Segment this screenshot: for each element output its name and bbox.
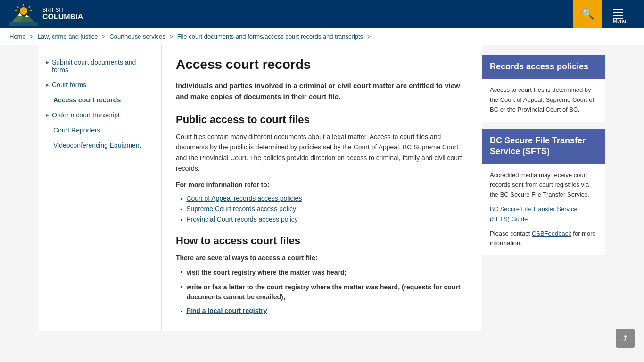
sfts-contact-para: Please contact CSBFeedback for more info…: [490, 229, 597, 249]
main-content: Access court records Individuals and par…: [162, 45, 482, 331]
list-item: Find a local court registry: [176, 307, 468, 314]
section2-intro: There are several ways to access a court…: [176, 253, 468, 263]
list-item: Provincial Court records access policy: [176, 215, 468, 223]
records-access-box-body: Access to court files is determined by t…: [482, 79, 605, 121]
svg-rect-11: [9, 22, 38, 26]
share-button[interactable]: ⤴: [616, 329, 635, 331]
site-header: BRITISH COLUMBIA 🔍 Menu: [0, 0, 644, 28]
sidebar-item-submit[interactable]: Submit court documents and forms: [39, 55, 161, 77]
records-access-box-header: Records access policies: [482, 55, 605, 79]
find-registry-link[interactable]: Find a local court registry: [186, 307, 267, 314]
search-icon: 🔍: [581, 8, 594, 20]
supreme-court-link[interactable]: Supreme Court records access policy: [186, 205, 296, 213]
intro-paragraph: Individuals and parties involved in a cr…: [176, 81, 468, 102]
right-sidebar: Records access policies Access to court …: [482, 45, 605, 331]
list-item: Supreme Court records access policy: [176, 205, 468, 213]
records-access-box: Records access policies Access to court …: [482, 55, 605, 122]
hamburger-line: [613, 15, 623, 16]
sfts-guide-link[interactable]: BC Secure File Transfer Service (SFTS) G…: [490, 206, 578, 222]
search-button[interactable]: 🔍: [573, 0, 602, 28]
breadcrumb-end: >: [367, 33, 371, 40]
sfts-contact-prefix: Please contact: [490, 230, 532, 237]
bullet-text-1: visit the court registry where the matte…: [186, 268, 347, 278]
page-title: Access court records: [176, 57, 468, 72]
breadcrumb: Home > Law, crime and justice > Courthou…: [0, 28, 644, 45]
sidebar-item-court-reporters[interactable]: Court Reporters: [39, 123, 161, 138]
menu-label: Menu: [613, 18, 623, 19]
hamburger-line: [613, 9, 623, 10]
bc-logo-icon: [9, 2, 38, 26]
sfts-guide-link-para: BC Secure File Transfer Service (SFTS) G…: [490, 205, 597, 224]
left-sidebar: Submit court documents and forms Court f…: [39, 45, 162, 331]
sfts-box: BC Secure File Transfer Service (SFTS) A…: [482, 129, 605, 255]
menu-button[interactable]: Menu: [602, 0, 635, 28]
header-actions: 🔍 Menu: [573, 0, 635, 28]
section2-heading: How to access court files: [176, 235, 468, 247]
sidebar-item-order-transcript[interactable]: Order a court transcript: [39, 107, 161, 123]
access-ways-list: visit the court registry where the matte…: [176, 268, 468, 314]
for-more-info-label: For more information refer to:: [176, 180, 468, 190]
list-item: visit the court registry where the matte…: [176, 268, 468, 278]
page-container: Submit court documents and forms Court f…: [39, 45, 605, 331]
sfts-body-intro: Accredited media may receive court recor…: [490, 171, 597, 200]
breadcrumb-sep: >: [169, 33, 174, 40]
records-links-list: Court of Appeal records access policies …: [176, 195, 468, 223]
breadcrumb-sep: >: [102, 33, 107, 40]
sfts-box-body: Accredited media may receive court recor…: [482, 164, 605, 255]
list-item: write or fax a letter to the court regis…: [176, 282, 468, 302]
bullet-text-2: write or fax a letter to the court regis…: [186, 282, 468, 302]
svg-point-1: [20, 7, 27, 15]
bc-government-name: BRITISH COLUMBIA: [42, 7, 83, 21]
sfts-box-header: BC Secure File Transfer Service (SFTS): [482, 129, 605, 164]
section1-heading: Public access to court files: [176, 114, 468, 126]
sidebar-item-videoconferencing[interactable]: Videoconferencing Equipment: [39, 138, 161, 153]
section1-body: Court files contain many different docum…: [176, 132, 468, 174]
court-of-appeal-link[interactable]: Court of Appeal records access policies: [186, 195, 302, 202]
sidebar-item-access-records[interactable]: Access court records: [39, 92, 161, 107]
csb-feedback-link[interactable]: CSBFeedback: [532, 230, 571, 237]
sidebar-item-court-forms[interactable]: Court forms: [39, 77, 161, 92]
logo-area: BRITISH COLUMBIA: [9, 2, 83, 26]
hamburger-line: [613, 12, 623, 13]
breadcrumb-sep: >: [30, 33, 35, 40]
breadcrumb-file[interactable]: File court documents and forms/access co…: [177, 33, 363, 40]
breadcrumb-home[interactable]: Home: [9, 33, 26, 40]
provincial-court-link[interactable]: Provincial Court records access policy: [186, 215, 298, 223]
breadcrumb-law[interactable]: Law, crime and justice: [38, 33, 98, 40]
list-item: Court of Appeal records access policies: [176, 195, 468, 202]
breadcrumb-courthouse[interactable]: Courthouse services: [109, 33, 165, 40]
